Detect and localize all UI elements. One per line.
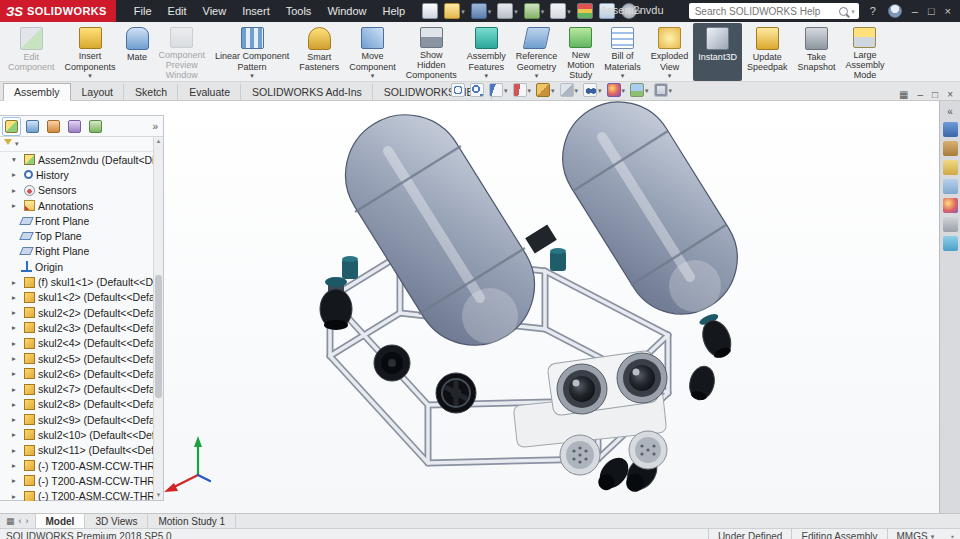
update-speedpak-button[interactable]: Update Speedpak ▾ — [742, 23, 793, 81]
tree-item[interactable]: ▾ ▸ skul1<2> (Default<<Default>_Display … — [0, 290, 163, 305]
scroll-up-icon[interactable]: ▲ — [154, 137, 163, 146]
tree-item[interactable]: ▾ ▸ Assem2nvdu (Default<Display State-1>… — [0, 152, 163, 167]
view-palette-button[interactable] — [943, 179, 958, 194]
pressure-tank-right[interactable] — [542, 101, 759, 335]
tree-item[interactable]: ▾ ▸ skul2<8> (Default<<Default>_Display … — [0, 397, 163, 412]
camera-lens-right[interactable] — [617, 353, 667, 403]
expand-task-pane-button[interactable]: « — [947, 105, 953, 118]
take-snapshot-button[interactable]: Take Snapshot ▾ — [792, 23, 840, 81]
tab-solidworks-add-ins[interactable]: SOLIDWORKS Add-Ins — [241, 83, 373, 100]
expander-icon[interactable]: ▾ — [10, 155, 18, 164]
select-button[interactable]: ▾ — [549, 2, 572, 20]
menu-item[interactable]: Help — [375, 2, 414, 20]
new-document-button[interactable]: ▾ — [421, 2, 439, 20]
sonar-unit-right[interactable] — [629, 431, 667, 469]
component-preview-window-button[interactable]: Component Preview Window ▾ — [154, 23, 211, 81]
print-button[interactable]: ▾ — [496, 2, 519, 20]
expander-icon[interactable]: ▸ — [10, 446, 18, 455]
view-settings-button[interactable]: ▾ — [653, 83, 674, 97]
expander-icon[interactable]: ▸ — [10, 430, 18, 439]
search-input[interactable] — [693, 5, 839, 18]
dropdown-caret-icon[interactable]: ▾ — [371, 72, 375, 80]
dropdown-caret-icon[interactable]: ▾ — [575, 87, 579, 94]
sheet-menu-icon[interactable]: ▦ — [6, 516, 15, 526]
zoom-to-fit-button[interactable]: ▾ — [450, 83, 466, 97]
tab-evaluate[interactable]: Evaluate — [178, 83, 241, 100]
status-bar-icon[interactable]: ▪ — [943, 532, 954, 539]
tree-item[interactable]: ▾ ▸ skul2<4> (Default<<Default>_Display … — [0, 336, 163, 351]
tab-assembly[interactable]: Assembly — [3, 83, 71, 101]
tab-sketch[interactable]: Sketch — [124, 83, 178, 100]
dropdown-caret-icon[interactable]: ▾ — [567, 8, 571, 15]
tree-scrollbar[interactable]: ▲ ▼ — [153, 137, 163, 500]
design-library-button[interactable] — [943, 141, 958, 156]
expander-icon[interactable]: ▸ — [10, 308, 18, 317]
configurationmanager-tab[interactable] — [44, 117, 63, 136]
origin-triad[interactable] — [164, 436, 210, 492]
smart-fasteners-button[interactable]: Smart Fasteners ▾ — [294, 23, 344, 81]
thruster-bow[interactable] — [436, 373, 476, 413]
tree-item[interactable]: ▾ ▸ skul2<7> (Default<<Default>_Display … — [0, 381, 163, 396]
undo-button[interactable]: ▾ — [523, 2, 546, 20]
show-hidden-components-button[interactable]: Show Hidden Components ▾ — [401, 23, 462, 81]
solidworks-forum-button[interactable] — [943, 236, 958, 251]
tree-item[interactable]: ▾ ▸ skul2<6> (Default<<Default>_Display … — [0, 366, 163, 381]
dropdown-caret-icon[interactable]: ▾ — [488, 8, 492, 15]
linear-component-pattern-button[interactable]: Linear Component Pattern ▾ — [210, 23, 294, 81]
thruster-starboard-aft[interactable] — [686, 364, 718, 403]
tab-nav-right-icon[interactable]: › — [26, 516, 29, 526]
tree-item[interactable]: ▾ ▸ (-) T200-ASM-CCW-THRUSTER-R2<1> (Def… — [0, 458, 163, 473]
tree-item[interactable]: ▾ ▸ Origin — [0, 259, 163, 274]
dropdown-caret-icon[interactable]: ▾ — [528, 87, 532, 94]
expander-icon[interactable]: ▸ — [10, 323, 18, 332]
dimxpertmanager-tab[interactable] — [65, 117, 84, 136]
expander-icon[interactable]: ▸ — [10, 415, 18, 424]
expander-icon[interactable]: ▸ — [10, 201, 18, 210]
tree-item[interactable]: ▾ ▸ Front Plane — [0, 213, 163, 228]
save-button[interactable]: ▾ — [470, 2, 493, 20]
viewport-3d[interactable] — [150, 101, 790, 513]
restore-document-button[interactable]: □ — [932, 89, 938, 100]
appearances-scenes-button[interactable] — [943, 198, 958, 213]
status-editing-mode[interactable]: Editing Assembly ▾ — [791, 529, 886, 539]
insert-components-button[interactable]: Insert Components ▾ — [60, 23, 121, 81]
expander-icon[interactable]: ▸ — [10, 293, 18, 302]
pane-expand-button[interactable]: » — [149, 121, 161, 132]
minimize-document-button[interactable]: – — [918, 89, 924, 100]
menu-item[interactable]: File — [126, 2, 160, 20]
tree-item[interactable]: ▾ ▸ skul2<9> (Default<<Default>_Display … — [0, 412, 163, 427]
thruster-starboard-fore[interactable] — [695, 311, 736, 362]
expander-icon[interactable]: ▸ — [10, 369, 18, 378]
dropdown-caret-icon[interactable]: ▾ — [931, 533, 935, 539]
dropdown-caret-icon[interactable]: ▾ — [504, 87, 508, 94]
tab-3d-views[interactable]: 3D Views — [85, 514, 148, 528]
mate-button[interactable]: Mate ▾ — [121, 23, 154, 81]
expander-icon[interactable]: ▸ — [10, 476, 18, 485]
move-component-button[interactable]: Move Component ▾ — [344, 23, 401, 81]
tree-item[interactable]: ▾ ▸ Sensors — [0, 183, 163, 198]
dropdown-caret-icon[interactable]: ▾ — [668, 72, 672, 80]
exploded-view-button[interactable]: Exploded View ▾ — [646, 23, 694, 81]
dropdown-caret-icon[interactable]: ▾ — [621, 72, 625, 80]
search-caret-icon[interactable]: ▾ — [851, 8, 855, 15]
camera-lens-left[interactable] — [557, 364, 607, 414]
search-icon[interactable] — [839, 7, 848, 16]
scrollbar-thumb[interactable] — [155, 275, 162, 398]
expander-icon[interactable]: ▸ — [10, 385, 18, 394]
rebuild-button[interactable]: ▾ — [576, 2, 594, 20]
previous-view-button[interactable]: ▾ — [488, 83, 509, 97]
tree-item[interactable]: ▾ ▸ Top Plane — [0, 228, 163, 243]
menu-item[interactable]: Edit — [160, 2, 195, 20]
dropdown-caret-icon[interactable]: ▾ — [535, 72, 539, 80]
assembly-features-button[interactable]: Assembly Features ▾ — [462, 23, 511, 81]
tree-item[interactable]: ▾ ▸ Right Plane — [0, 244, 163, 259]
instant3d-button[interactable]: Instant3D ▾ — [693, 23, 742, 81]
close-button[interactable]: × ▾ — [941, 4, 955, 18]
dropdown-caret-icon[interactable]: ▾ — [622, 87, 626, 94]
dropdown-caret-icon[interactable]: ▾ — [645, 87, 649, 94]
menu-item[interactable]: Tools — [278, 2, 320, 20]
tab-model[interactable]: Model — [36, 514, 86, 528]
menu-item[interactable]: View — [195, 2, 235, 20]
dropdown-caret-icon[interactable]: ▾ — [551, 87, 555, 94]
expander-icon[interactable]: ▸ — [10, 170, 18, 179]
